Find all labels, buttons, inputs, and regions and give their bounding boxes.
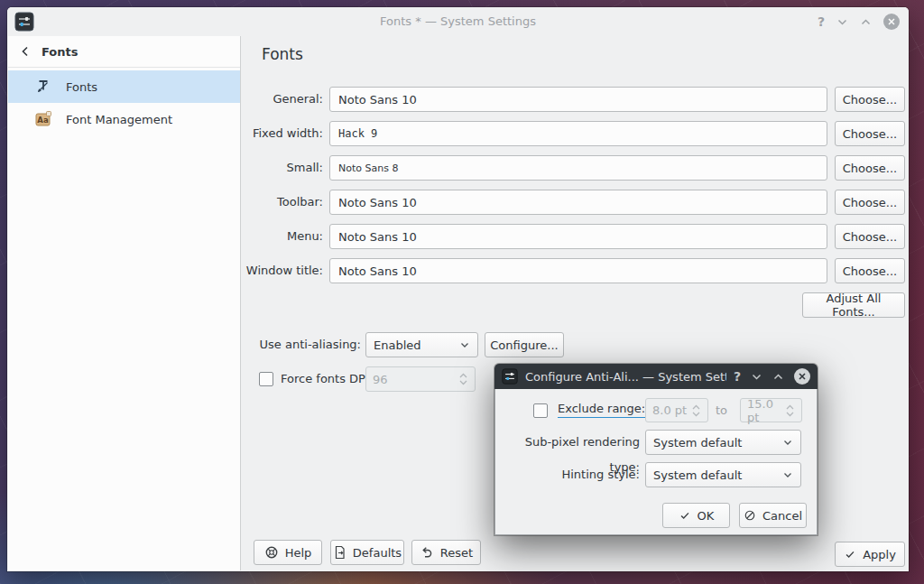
toolbar-label: Toolbar: (241, 190, 323, 215)
font-select-icon (33, 77, 53, 97)
sidebar-header[interactable]: Fonts (8, 36, 240, 68)
general-font-field[interactable]: Noto Sans 10 (329, 87, 827, 112)
exclude-range-checkbox[interactable] (533, 403, 548, 418)
chevron-down-icon (459, 339, 470, 350)
configure-anti-aliasing-button[interactable]: Configure... (485, 332, 564, 357)
cancel-button[interactable]: Cancel (739, 503, 807, 528)
sidebar-item-label: Font Management (66, 113, 172, 126)
hinting-style-dropdown[interactable]: System default (645, 462, 801, 487)
choose-small-button[interactable]: Choose... (835, 155, 905, 181)
window-title-label: Window title: (241, 258, 323, 283)
force-fonts-dpi-label: Force fonts DPI: (281, 366, 373, 392)
exclude-range-label: Exclude range: (558, 402, 645, 418)
dpi-spinbox[interactable]: 96 (365, 366, 476, 392)
help-button[interactable]: Help (254, 540, 322, 565)
general-label: General: (241, 87, 323, 112)
exclude-to-spinbox[interactable]: 15.0 pt (740, 398, 802, 422)
life-buoy-icon (264, 545, 279, 560)
spinbox-arrows-icon[interactable] (458, 372, 468, 386)
sidebar-item-font-management[interactable]: Aa Font Management (8, 103, 240, 135)
choose-menu-button[interactable]: Choose... (835, 224, 905, 249)
chevron-down-icon (782, 437, 793, 448)
undo-arrow-icon (420, 545, 434, 560)
shade-up-icon[interactable] (860, 16, 872, 28)
spinbox-arrows-icon[interactable] (785, 403, 795, 418)
adjust-all-fonts-button[interactable]: Adjust All Fonts... (802, 292, 905, 318)
checkmark-icon (679, 509, 691, 522)
window-title: Fonts * — System Settings (7, 7, 909, 36)
fixed-width-font-field[interactable]: Hack 9 (329, 121, 827, 146)
hinting-style-label: Hinting style: (495, 462, 640, 487)
menu-label: Menu: (241, 224, 323, 249)
window-titlebar[interactable]: Fonts * — System Settings ? (7, 7, 909, 36)
spinbox-arrows-icon[interactable] (691, 403, 701, 418)
document-revert-icon (333, 545, 346, 560)
exclude-range-to-text: to (716, 398, 727, 422)
shade-up-icon[interactable] (772, 371, 784, 383)
sidebar: Fonts Fonts Aa Font Management (8, 36, 241, 570)
sidebar-header-label: Fonts (42, 45, 79, 59)
dialog-titlebar[interactable]: Configure Anti-Ali... — System Settings … (494, 364, 818, 389)
subpixel-rendering-dropdown[interactable]: System default (645, 430, 801, 455)
slashed-circle-icon (744, 509, 756, 522)
fixed-width-label: Fixed width: (241, 121, 323, 146)
apply-button[interactable]: Apply (835, 542, 905, 567)
shade-down-icon[interactable] (836, 16, 848, 28)
reset-button[interactable]: Reset (411, 540, 481, 565)
page-title: Fonts (262, 45, 303, 63)
back-icon[interactable] (19, 45, 32, 58)
dialog-body: Exclude range: 8.0 pt to 15.0 pt Sub-pix… (494, 389, 818, 535)
close-window-button[interactable] (883, 14, 900, 30)
font-package-icon: Aa (33, 109, 53, 129)
defaults-button[interactable]: Defaults (330, 540, 404, 565)
choose-fixed-width-button[interactable]: Choose... (835, 121, 905, 146)
force-fonts-dpi-checkbox[interactable] (259, 372, 273, 386)
shade-down-icon[interactable] (751, 371, 762, 383)
small-label: Small: (241, 155, 323, 181)
window-title-font-field[interactable]: Noto Sans 10 (329, 258, 827, 283)
choose-general-button[interactable]: Choose... (835, 87, 905, 112)
system-settings-app-icon (502, 368, 518, 385)
help-titlebar-button[interactable]: ? (818, 14, 825, 29)
close-dialog-button[interactable] (794, 368, 810, 385)
dialog-title: Configure Anti-Ali... — System Settings (525, 370, 726, 384)
exclude-from-spinbox[interactable]: 8.0 pt (645, 398, 708, 422)
svg-text:Aa: Aa (37, 116, 49, 125)
sidebar-item-fonts[interactable]: Fonts (8, 70, 240, 103)
configure-anti-aliasing-dialog: Configure Anti-Ali... — System Settings … (494, 364, 818, 535)
checkmark-icon (844, 548, 856, 561)
dialog-help-button[interactable]: ? (734, 369, 741, 384)
menu-font-field[interactable]: Noto Sans 10 (329, 224, 827, 249)
toolbar-font-field[interactable]: Noto Sans 10 (329, 190, 827, 215)
choose-toolbar-button[interactable]: Choose... (835, 190, 905, 215)
small-font-field[interactable]: Noto Sans 8 (329, 155, 827, 181)
sidebar-item-label: Fonts (66, 80, 97, 94)
anti-aliasing-dropdown[interactable]: Enabled (365, 332, 478, 357)
choose-window-title-button[interactable]: Choose... (835, 258, 905, 283)
use-anti-aliasing-label: Use anti-aliasing: (241, 332, 361, 357)
ok-button[interactable]: OK (662, 503, 730, 528)
chevron-down-icon (782, 469, 793, 480)
